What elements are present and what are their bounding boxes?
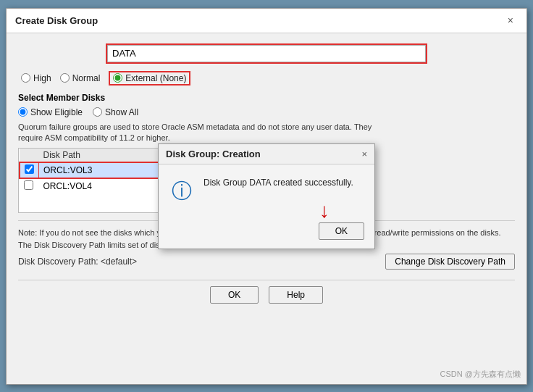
dialog-footer: ↓ OK (159, 217, 374, 249)
dialog-title: Disk Group: Creation (166, 149, 261, 159)
dialog-message: Disk Group DATA created successfully. (203, 176, 364, 189)
main-window: Create Disk Group × High Normal External… (6, 8, 527, 385)
info-icon: ⓘ (169, 178, 195, 205)
dialog-body: ⓘ Disk Group DATA created successfully. (159, 164, 374, 217)
dialog-overlay: Disk Group: Creation × ⓘ Disk Group DATA… (7, 9, 526, 384)
dialog-box: Disk Group: Creation × ⓘ Disk Group DATA… (158, 143, 375, 249)
dialog-ok-button[interactable]: OK (319, 222, 364, 240)
dialog-title-bar: Disk Group: Creation × (159, 144, 374, 164)
arrow-icon: ↓ (319, 199, 330, 222)
dialog-close-button[interactable]: × (361, 149, 367, 159)
